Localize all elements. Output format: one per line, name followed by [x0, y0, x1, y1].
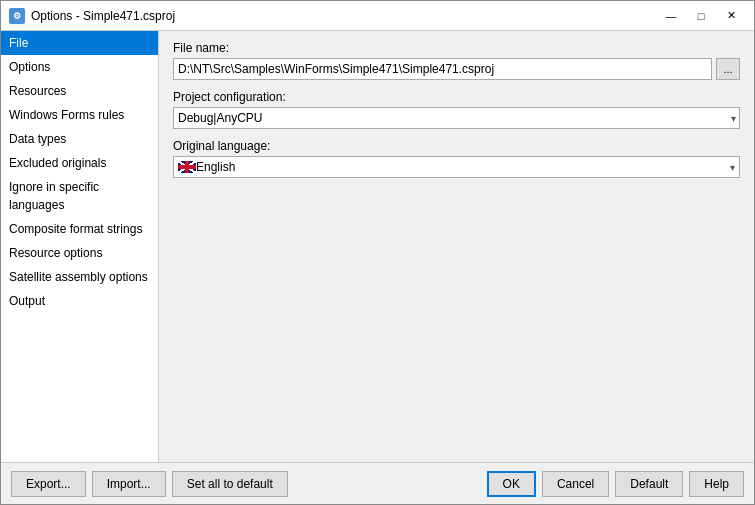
window-title: Options - Simple471.csproj: [31, 9, 175, 23]
sidebar-item-resource-options[interactable]: Resource options: [1, 241, 158, 265]
uk-cross: [185, 161, 189, 173]
title-bar: ⚙ Options - Simple471.csproj — □ ✕: [1, 1, 754, 31]
file-name-label: File name:: [173, 41, 740, 55]
main-content: FileOptionsResourcesWindows Forms rulesD…: [1, 31, 754, 462]
export-button[interactable]: Export...: [11, 471, 86, 497]
original-language-group: Original language: English ▾: [173, 139, 740, 178]
content-area: File name: ... Project configuration: De…: [159, 31, 754, 462]
dropdown-arrow-icon: ▾: [730, 162, 735, 173]
close-button[interactable]: ✕: [716, 6, 746, 26]
sidebar-item-data-types[interactable]: Data types: [1, 127, 158, 151]
sidebar-item-resources[interactable]: Resources: [1, 79, 158, 103]
sidebar-item-options[interactable]: Options: [1, 55, 158, 79]
main-window: ⚙ Options - Simple471.csproj — □ ✕ FileO…: [0, 0, 755, 505]
sidebar-item-satellite-assembly-options[interactable]: Satellite assembly options: [1, 265, 158, 289]
file-name-group: File name: ...: [173, 41, 740, 80]
project-config-dropdown-wrapper: Debug|AnyCPU: [173, 107, 740, 129]
default-button[interactable]: Default: [615, 471, 683, 497]
project-config-dropdown[interactable]: Debug|AnyCPU: [173, 107, 740, 129]
project-config-group: Project configuration: Debug|AnyCPU: [173, 90, 740, 129]
set-default-button[interactable]: Set all to default: [172, 471, 288, 497]
uk-flag-icon: [178, 161, 196, 173]
file-name-row: ...: [173, 58, 740, 80]
title-controls: — □ ✕: [656, 6, 746, 26]
original-language-label: Original language:: [173, 139, 740, 153]
sidebar-item-windows-forms-rules[interactable]: Windows Forms rules: [1, 103, 158, 127]
import-button[interactable]: Import...: [92, 471, 166, 497]
sidebar-item-file[interactable]: File: [1, 31, 158, 55]
cancel-button[interactable]: Cancel: [542, 471, 609, 497]
app-icon: ⚙: [9, 8, 25, 24]
sidebar-item-composite-format-strings[interactable]: Composite format strings: [1, 217, 158, 241]
file-name-input[interactable]: [173, 58, 712, 80]
sidebar-item-ignore-specific-languages[interactable]: Ignore in specific languages: [1, 175, 158, 217]
help-button[interactable]: Help: [689, 471, 744, 497]
sidebar-item-output[interactable]: Output: [1, 289, 158, 313]
sidebar-item-excluded-originals[interactable]: Excluded originals: [1, 151, 158, 175]
language-name: English: [196, 160, 730, 174]
sidebar: FileOptionsResourcesWindows Forms rulesD…: [1, 31, 159, 462]
maximize-button[interactable]: □: [686, 6, 716, 26]
ok-button[interactable]: OK: [487, 471, 536, 497]
title-bar-left: ⚙ Options - Simple471.csproj: [9, 8, 175, 24]
minimize-button[interactable]: —: [656, 6, 686, 26]
browse-button[interactable]: ...: [716, 58, 740, 80]
original-language-dropdown[interactable]: English ▾: [173, 156, 740, 178]
project-config-label: Project configuration:: [173, 90, 740, 104]
footer: Export... Import... Set all to default O…: [1, 462, 754, 504]
